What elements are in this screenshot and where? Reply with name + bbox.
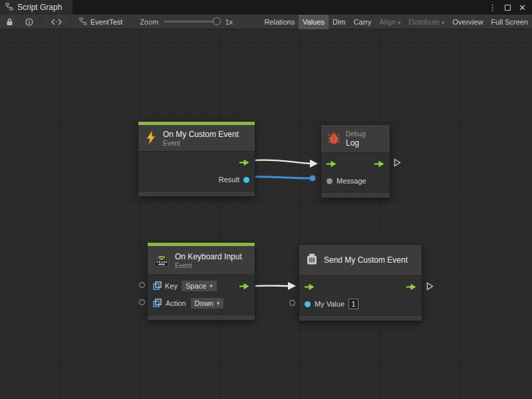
zoom-label: Zoom <box>140 18 158 26</box>
value-input-port[interactable] <box>305 301 311 307</box>
window-controls: ⋮ ✕ <box>488 0 532 15</box>
flow-output-port[interactable] <box>374 160 384 168</box>
overview-button[interactable]: Overview <box>449 15 487 29</box>
node-header: On Keyboard Input Event <box>148 246 255 275</box>
relations-button[interactable]: Relations <box>260 15 299 29</box>
flow-wire-keyboard-to-send[interactable] <box>255 282 296 290</box>
flow-output-port[interactable] <box>239 159 249 166</box>
node-on-keyboard-input[interactable]: On Keyboard Input Event Key <box>148 243 255 320</box>
distribute-label: Distribute <box>409 18 440 26</box>
info-icon[interactable] <box>19 15 39 29</box>
lock-icon[interactable] <box>0 15 19 29</box>
port-label-action: Action <box>166 299 186 307</box>
node-title: Log <box>346 138 365 148</box>
node-debug-log[interactable]: Debug Log Message <box>321 125 390 198</box>
tab-title: Script Graph <box>17 3 62 12</box>
fullscreen-button[interactable]: Full Screen <box>487 15 532 29</box>
value-output-port[interactable] <box>243 177 249 183</box>
node-category: Debug <box>346 130 365 138</box>
node-header: Send My Custom Event <box>299 245 422 275</box>
key-value-socket[interactable] <box>139 282 145 288</box>
chevron-down-icon: ▾ <box>209 281 213 291</box>
key-dropdown-value: Space <box>186 281 206 291</box>
lightning-icon <box>144 130 158 146</box>
node-footer <box>148 315 255 320</box>
tab-bar: Script Graph ⋮ ✕ <box>0 0 532 15</box>
flow-output-port[interactable] <box>406 283 416 291</box>
zoom-value: 1x <box>225 18 233 26</box>
distribute-dropdown-button[interactable]: Distribute ▾ <box>405 15 449 29</box>
my-value-input[interactable]: 1 <box>348 299 358 309</box>
flow-wire-customevent-to-log[interactable] <box>255 160 318 168</box>
node-body: Key Space ▾ <box>148 275 255 314</box>
port-label-my-value: My Value <box>315 300 344 308</box>
run-indicator-icon[interactable] <box>394 158 401 167</box>
tab-script-graph[interactable]: Script Graph <box>0 0 72 15</box>
node-title: On My Custom Event <box>163 130 239 139</box>
carry-button[interactable]: Carry <box>350 15 376 29</box>
node-body: Message <box>321 152 390 192</box>
node-header: On My Custom Event Event <box>138 125 255 151</box>
flow-output-port[interactable] <box>239 283 249 290</box>
keycode-type-icon <box>153 299 162 309</box>
node-body: Result <box>138 151 255 190</box>
graph-canvas[interactable]: On My Custom Event Event Result <box>0 29 532 399</box>
dim-button[interactable]: Dim <box>329 15 350 29</box>
keycode-type-icon <box>153 281 162 291</box>
chevron-down-icon: ▾ <box>217 299 220 308</box>
flow-input-port[interactable] <box>305 283 315 291</box>
maximize-icon[interactable] <box>505 5 511 11</box>
event-machine-icon <box>305 253 319 267</box>
values-button[interactable]: Values <box>299 15 329 29</box>
port-label-key: Key <box>165 282 178 290</box>
action-dropdown[interactable]: Down ▾ <box>190 297 225 309</box>
graph-breadcrumb[interactable]: EventTest <box>74 17 128 27</box>
zoom-control: Zoom 1x <box>140 18 233 26</box>
run-indicator-icon[interactable] <box>426 282 434 291</box>
node-title: Send My Custom Event <box>324 255 408 265</box>
graph-asset-icon <box>79 17 87 27</box>
node-subtitle: Event <box>163 140 239 147</box>
graph-toolbar: EventTest Zoom 1x Relations Values Dim C… <box>0 15 532 29</box>
connection-layer <box>0 29 532 399</box>
align-dropdown-button[interactable]: Align ▾ <box>376 15 405 29</box>
node-footer <box>299 316 422 321</box>
graph-name: EventTest <box>90 18 122 26</box>
toolbar-divider <box>70 17 71 27</box>
key-dropdown[interactable]: Space ▾ <box>181 280 217 292</box>
chevron-down-icon: ▾ <box>398 19 401 26</box>
node-footer <box>321 193 390 198</box>
node-subtitle: Event <box>175 262 242 269</box>
toolbar-divider <box>42 17 43 27</box>
script-graph-tab-icon <box>5 3 13 13</box>
node-footer <box>138 192 255 196</box>
bug-icon <box>327 132 340 146</box>
kebab-menu-icon[interactable]: ⋮ <box>488 3 497 13</box>
node-on-my-custom-event[interactable]: On My Custom Event Event Result <box>138 122 255 196</box>
script-graph-window: Script Graph ⋮ ✕ <box>0 0 532 399</box>
port-label-message: Message <box>336 177 366 185</box>
toolbar-buttons: Relations Values Dim Carry Align ▾ Distr… <box>260 15 532 29</box>
keyboard-icon <box>154 253 170 268</box>
align-label: Align <box>380 18 396 26</box>
port-label-result: Result <box>219 176 239 184</box>
code-icon[interactable] <box>45 15 68 29</box>
zoom-slider[interactable] <box>164 21 219 23</box>
action-value-socket[interactable] <box>139 299 145 305</box>
close-icon[interactable]: ✕ <box>519 3 526 13</box>
node-header: Debug Log <box>321 125 390 152</box>
node-title: On Keyboard Input <box>175 252 242 261</box>
node-body: My Value 1 <box>299 275 422 315</box>
node-send-my-custom-event[interactable]: Send My Custom Event My Value 1 <box>299 245 422 321</box>
chevron-down-icon: ▾ <box>442 19 445 26</box>
flow-input-port[interactable] <box>327 160 336 168</box>
action-dropdown-value: Down <box>195 299 213 308</box>
zoom-slider-handle[interactable] <box>213 17 221 25</box>
value-input-port[interactable] <box>327 178 332 184</box>
my-value-socket[interactable] <box>289 300 295 306</box>
